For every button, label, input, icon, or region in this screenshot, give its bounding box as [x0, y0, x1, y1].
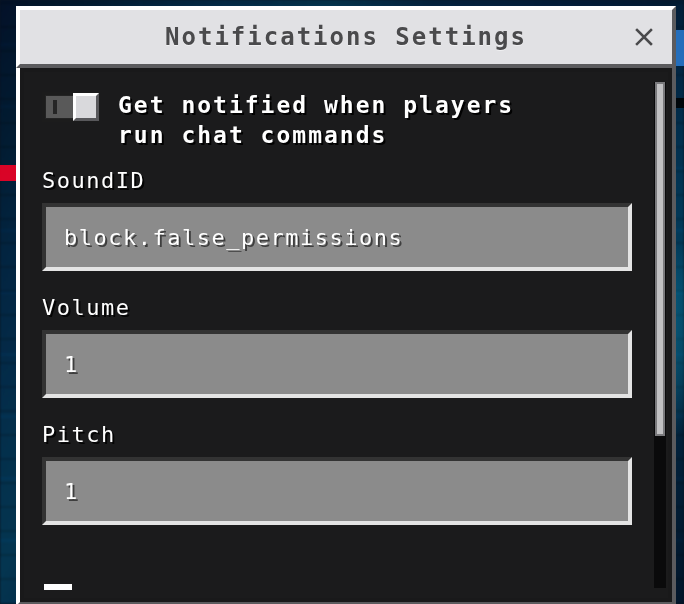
close-icon[interactable]	[630, 23, 658, 51]
settings-content: Get notified when playersrun chat comman…	[24, 72, 650, 598]
content-inset: Get notified when playersrun chat comman…	[20, 68, 672, 602]
text-caret	[44, 584, 72, 590]
titlebar: Notifications Settings	[16, 6, 676, 68]
scrollbar-thumb[interactable]	[655, 82, 665, 436]
pitch-label: Pitch	[42, 422, 632, 447]
scrollbar-track[interactable]	[654, 82, 666, 588]
pitch-value: 1	[64, 479, 79, 504]
soundid-value: block.false_permissions	[64, 225, 403, 250]
soundid-input[interactable]: block.false_permissions	[42, 203, 632, 271]
soundid-label: SoundID	[42, 168, 632, 193]
volume-label: Volume	[42, 295, 632, 320]
pitch-input[interactable]: 1	[42, 457, 632, 525]
volume-input[interactable]: 1	[42, 330, 632, 398]
notify-toggle-label: Get notified when playersrun chat comman…	[118, 90, 514, 150]
window-title: Notifications Settings	[165, 23, 527, 51]
notify-toggle-row: Get notified when playersrun chat comman…	[42, 90, 632, 150]
settings-window: Notifications Settings Get notified when…	[16, 6, 676, 598]
volume-value: 1	[64, 352, 79, 377]
content-frame: Get notified when playersrun chat comman…	[16, 68, 676, 604]
notify-toggle[interactable]	[42, 92, 100, 122]
